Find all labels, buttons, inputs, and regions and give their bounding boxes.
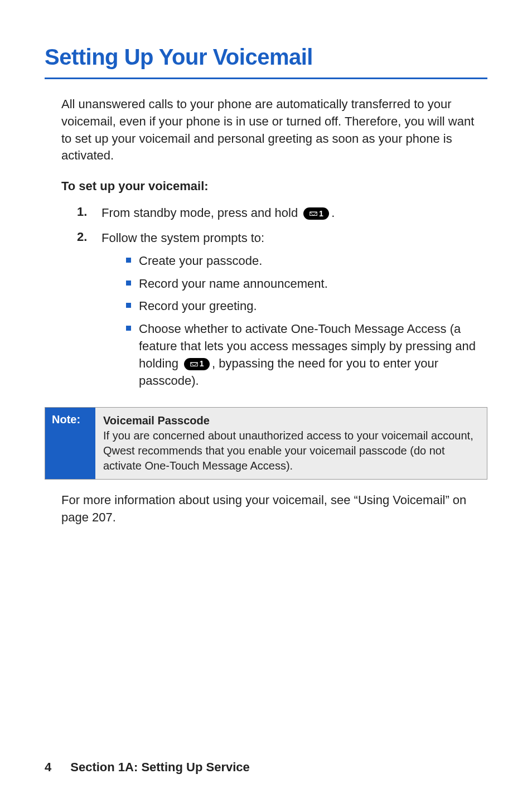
sublist-item-passcode: Create your passcode. <box>126 253 487 270</box>
key-1-icon: 1 <box>184 358 210 370</box>
note-body: Voicemail Passcode If you are concerned … <box>95 408 487 479</box>
key-1-icon: 1 <box>303 207 329 220</box>
key-1-digit: 1 <box>200 359 204 370</box>
bullet-icon <box>126 280 131 286</box>
intro-paragraph: All unanswered calls to your phone are a… <box>61 96 487 165</box>
svg-rect-0 <box>310 212 317 216</box>
svg-rect-1 <box>190 362 197 366</box>
step-1-body: From standby mode, press and hold 1. <box>101 205 487 222</box>
note-title: Voicemail Passcode <box>103 413 479 428</box>
step-2-sublist: Create your passcode. Record your name a… <box>126 253 487 390</box>
onetouch-post-text: , bypassing the need for you to enter yo… <box>139 356 438 388</box>
note-label: Note: <box>45 408 95 479</box>
step-1-pre-text: From standby mode, press and hold <box>101 206 301 220</box>
setup-subhead: To set up your voicemail: <box>61 179 487 194</box>
sublist-greeting-text: Record your greeting. <box>139 298 487 315</box>
bullet-icon <box>126 303 131 308</box>
step-1-number: 1. <box>77 205 101 219</box>
steps-list: 1. From standby mode, press and hold 1. … <box>77 205 487 395</box>
step-1-post-text: . <box>331 206 335 220</box>
page-footer: 4 Section 1A: Setting Up Service <box>45 760 250 775</box>
note-box: Note: Voicemail Passcode If you are conc… <box>45 407 487 480</box>
sublist-item-greeting: Record your greeting. <box>126 298 487 315</box>
sublist-passcode-text: Create your passcode. <box>139 253 487 270</box>
sublist-item-onetouch: Choose whether to activate One-Touch Mes… <box>126 321 487 389</box>
note-text: If you are concerned about unauthorized … <box>103 428 479 473</box>
sublist-onetouch-text: Choose whether to activate One-Touch Mes… <box>139 321 487 389</box>
page-number: 4 <box>45 760 51 775</box>
step-2-body: Follow the system prompts to: Create you… <box>101 230 487 395</box>
step-2-text: Follow the system prompts to: <box>101 230 487 247</box>
bullet-icon <box>126 326 131 331</box>
bullet-icon <box>126 258 131 263</box>
step-2: 2. Follow the system prompts to: Create … <box>77 230 487 395</box>
reference-line: For more information about using your vo… <box>61 492 487 526</box>
step-1: 1. From standby mode, press and hold 1. <box>77 205 487 222</box>
page-title: Setting Up Your Voicemail <box>45 45 487 79</box>
sublist-name-text: Record your name announcement. <box>139 275 487 293</box>
key-1-digit: 1 <box>319 209 323 220</box>
sublist-item-name: Record your name announcement. <box>126 275 487 293</box>
section-label: Section 1A: Setting Up Service <box>70 760 250 775</box>
step-2-number: 2. <box>77 230 101 244</box>
